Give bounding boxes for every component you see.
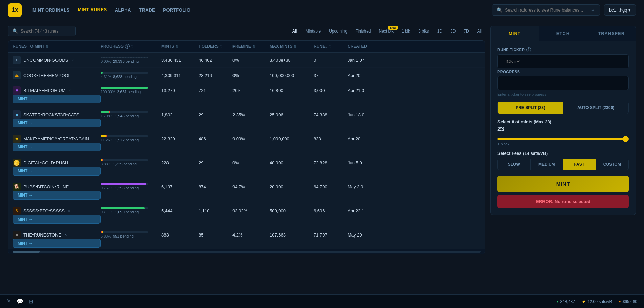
progress-fill bbox=[101, 183, 146, 185]
tab-transfer[interactable]: TRANSFER bbox=[587, 26, 636, 41]
mint-button[interactable]: MINT → bbox=[13, 191, 101, 200]
balance-icon: ● bbox=[619, 300, 621, 303]
progress-cell: 0.00% 29,396 pending bbox=[101, 57, 161, 63]
twitter-icon[interactable]: 𝕏 bbox=[7, 298, 11, 305]
fee-medium-button[interactable]: MEDIUM bbox=[531, 159, 563, 170]
tab-etch[interactable]: ETCH bbox=[539, 26, 587, 41]
scrollbar-thumb[interactable] bbox=[13, 251, 40, 253]
filter-tab-7d[interactable]: 7D bbox=[460, 27, 472, 35]
rune-name-cell: ★ MAKE•AMERICA•GREAT•AGAIN bbox=[13, 135, 101, 143]
remove-button[interactable]: × bbox=[67, 208, 71, 213]
table-row[interactable]: ■ SKATER•ROCKSTAR•CATS 16.98% 1,945 bbox=[8, 107, 485, 131]
table-row[interactable]: ⛰ COOK•THE•MEMPOOL 4.31% 8,628 pending 4… bbox=[8, 68, 485, 83]
progress-meta: 93.11% 1,090 pending bbox=[101, 210, 161, 214]
mints-value: 6,197 bbox=[161, 184, 199, 189]
th-holders[interactable]: Holders ⇅ bbox=[199, 44, 232, 49]
premine-value: 0% bbox=[232, 73, 270, 78]
table-row[interactable]: ⚬ UNCOMMON•GOODS × 0.00% 29,396 pending bbox=[8, 53, 485, 68]
logo-icon[interactable]: 1x bbox=[8, 3, 22, 17]
rune-name-cell: 🪙 DIGITAL•GOLD•RUSH bbox=[13, 159, 101, 167]
table-row[interactable]: ★ MAKE•AMERICA•GREAT•AGAIN 11.26% 1 bbox=[8, 131, 485, 155]
filter-tab-mintable[interactable]: Mintable bbox=[302, 27, 324, 35]
th-mints[interactable]: Mints ⇅ bbox=[161, 44, 199, 49]
discord-icon[interactable]: 💬 bbox=[17, 298, 23, 305]
nav-mint-ordinals[interactable]: MINT ORDINALS bbox=[32, 6, 70, 14]
th-premine[interactable]: Premine ⇅ bbox=[232, 44, 270, 49]
pending-text: 1,325 pending bbox=[113, 162, 137, 166]
footer-right: ● 848,437 ⚡ 12.00 sats/vB ● $65,680 bbox=[556, 299, 637, 304]
th-rune-num[interactable]: Rune# ⇅ bbox=[314, 44, 348, 49]
mint-button[interactable]: MINT → bbox=[13, 167, 101, 176]
tab-mint[interactable]: MINT bbox=[491, 26, 539, 41]
filter-tab-all[interactable]: All bbox=[289, 27, 301, 35]
th-progress[interactable]: Progress ? ⇅ bbox=[101, 44, 161, 49]
table-row[interactable]: ■ THE•RUNESTONE × 5.83% bbox=[8, 227, 485, 249]
filter-tab-3blks[interactable]: 3 blks bbox=[415, 27, 432, 35]
rune-icon: 🐕 bbox=[13, 183, 21, 191]
mint-button[interactable]: MINT → bbox=[13, 239, 101, 248]
auto-split-button[interactable]: AUTO SPLIT (2300) bbox=[563, 102, 628, 114]
nav-portfolio[interactable]: PORTFOLIO bbox=[163, 6, 190, 14]
table-row[interactable]: 🐕 PUPS•BITCOIN•RUNE 96.67% 1,258 pending… bbox=[8, 179, 485, 203]
rune-ticker-input[interactable] bbox=[497, 54, 629, 68]
scrollbar-track[interactable] bbox=[13, 251, 481, 253]
rune-icon: ■ bbox=[13, 86, 21, 95]
mint-action-button[interactable]: MINT bbox=[497, 176, 629, 192]
rune-name: DIGITAL•GOLD•RUSH bbox=[23, 160, 68, 165]
rune-search-icon: 🔍 bbox=[13, 28, 18, 34]
remove-button[interactable]: × bbox=[64, 232, 67, 238]
progress-bar bbox=[101, 231, 148, 233]
th-max-mints[interactable]: Max Mints ⇅ bbox=[270, 44, 314, 49]
th-runes[interactable]: Runes to Mint ⇅ bbox=[13, 44, 101, 49]
grid-icon[interactable]: ⊞ bbox=[29, 298, 33, 305]
fee-slow-button[interactable]: SLOW bbox=[498, 159, 531, 170]
th-created[interactable]: Created bbox=[348, 44, 388, 49]
remove-button[interactable]: × bbox=[68, 88, 71, 93]
filter-tab-next-blk[interactable]: Next blk New bbox=[376, 27, 397, 35]
rune-num-value: 3,000 bbox=[314, 88, 348, 93]
pre-split-button[interactable]: PRE SPLIT (23) bbox=[498, 102, 563, 114]
holders-value: 46,402 bbox=[199, 58, 232, 63]
ticker-info-icon: ? bbox=[526, 47, 531, 52]
th-premine-label: Premine bbox=[232, 44, 251, 49]
filter-tab-1blk[interactable]: 1 blk bbox=[398, 27, 414, 35]
progress-cell: 11.26% 1,512 pending bbox=[101, 135, 161, 142]
fee-fast-button[interactable]: FAST bbox=[563, 159, 596, 170]
wallet-button[interactable]: bc1...hgq ▾ bbox=[604, 4, 636, 16]
filter-tab-upcoming[interactable]: Upcoming bbox=[326, 27, 351, 35]
mint-button[interactable]: MINT → bbox=[13, 95, 101, 103]
premine-value: 94.7% bbox=[232, 184, 270, 189]
nav-trade[interactable]: TRADE bbox=[139, 6, 155, 14]
fee-custom-button[interactable]: CUSTOM bbox=[596, 159, 629, 170]
filter-tab-1d[interactable]: 1D bbox=[434, 27, 446, 35]
table-row[interactable]: 🪙 DIGITAL•GOLD•RUSH 3.88% 1,325 pe bbox=[8, 155, 485, 179]
mint-button[interactable]: MINT → bbox=[13, 119, 101, 127]
rune-search-input[interactable] bbox=[21, 29, 71, 34]
address-search-input[interactable] bbox=[505, 7, 588, 13]
nav-mint-runes[interactable]: MINT RUNES bbox=[78, 6, 107, 14]
mint-button[interactable]: MINT → bbox=[13, 215, 101, 224]
table-row[interactable]: ₿ SSSSS•BTC•SSSSS × 93.11% 1,090 pending bbox=[8, 203, 485, 227]
rune-name-cell: ■ SKATER•ROCKSTAR•CATS bbox=[13, 110, 101, 119]
progress-bar-large bbox=[497, 76, 629, 90]
nav-alpha[interactable]: ALPHA bbox=[115, 6, 131, 14]
mint-count-value: 23 bbox=[497, 126, 629, 133]
mints-slider[interactable] bbox=[497, 138, 629, 140]
rune-search[interactable]: 🔍 bbox=[8, 26, 76, 36]
filter-tab-3d[interactable]: 3D bbox=[447, 27, 459, 35]
mint-button[interactable]: MINT → bbox=[13, 143, 101, 151]
rune-ticker-section: Rune Ticker ? bbox=[497, 47, 629, 70]
filter-tab-all2[interactable]: All bbox=[474, 27, 485, 35]
premine-value: 2.35% bbox=[232, 112, 270, 117]
rune-name-cell: ■ BITMAP•EMPORIUM × bbox=[13, 86, 101, 95]
th-rune-num-label: Rune# bbox=[314, 44, 328, 49]
balance: $65,680 bbox=[623, 299, 637, 304]
max-mints-value: 16,800 bbox=[270, 88, 314, 93]
remove-button[interactable]: × bbox=[71, 57, 74, 63]
holders-value: 28,219 bbox=[199, 73, 232, 78]
premine-value: 0% bbox=[232, 160, 270, 165]
table-row[interactable]: ■ BITMAP•EMPORIUM × 100.00% 3,651 pendin… bbox=[8, 83, 485, 107]
filter-tab-finished[interactable]: Finished bbox=[352, 27, 374, 35]
progress-cell: 4.31% 8,628 pending bbox=[101, 72, 161, 79]
address-search[interactable]: 🔍 → bbox=[492, 4, 600, 16]
